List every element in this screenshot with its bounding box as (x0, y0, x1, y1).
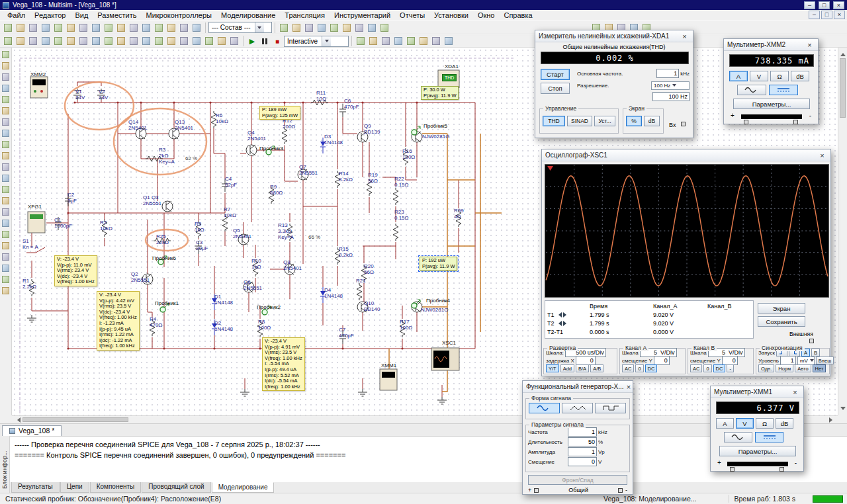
frequency-counter-icon[interactable] (1, 116, 11, 127)
measurement-probe-icon[interactable] (1, 251, 11, 262)
channel-a-dc-button[interactable]: DC (645, 364, 658, 372)
percent-display-button[interactable]: % (626, 116, 642, 126)
close-icon[interactable]: × (805, 41, 815, 49)
component-label[interactable]: V2 24V (99, 89, 108, 101)
copy-icon[interactable] (90, 22, 102, 34)
menu-options[interactable]: Установки (429, 11, 473, 19)
capture-area-icon[interactable] (353, 22, 365, 34)
component-label[interactable]: Q9 BD139 (364, 123, 380, 135)
menu-transfer[interactable]: Трансляция (280, 11, 330, 19)
parameters-button[interactable]: Параметры... (719, 446, 796, 456)
close-icon[interactable]: × (790, 388, 800, 396)
component-label[interactable]: R11 10Ω (316, 90, 326, 102)
component-label[interactable]: D2 1N4148 (214, 320, 233, 332)
dc-mode-icon[interactable] (755, 432, 783, 442)
yt-mode-button[interactable]: Y/T (546, 364, 559, 372)
window-title-bar[interactable]: Мультиметр-XMM1 × (711, 386, 803, 398)
simulation-mode-dropdown[interactable]: Interactive (284, 36, 349, 47)
child-minimize-icon[interactable]: – (809, 11, 820, 19)
sinad-mode-button[interactable]: SINAD (567, 116, 592, 126)
trigger-source-b-button[interactable]: B (811, 349, 820, 357)
component-label[interactable]: Q7 2N5551 (299, 164, 318, 176)
trigger-none-button[interactable]: Нет (813, 364, 826, 372)
open-samples-icon[interactable] (27, 22, 39, 34)
forward-annotate-icon[interactable] (379, 22, 390, 34)
junction-icon[interactable] (380, 35, 392, 47)
oscilloscope-icon[interactable] (1, 83, 11, 93)
component-label[interactable]: R17 100Ω (400, 319, 412, 331)
cursor-right-icon[interactable] (563, 321, 569, 326)
component-label[interactable]: D3 1N4148 (324, 134, 343, 146)
multimeter-xmm2-window[interactable]: Мультиметр-XMM2 × 738.335 mA A V Ω dB Па… (723, 38, 819, 124)
probe-label[interactable]: Пробник4 (426, 298, 450, 304)
ba-mode-button[interactable]: B/A (576, 364, 589, 372)
probe-readout[interactable]: V: -23.4 V V(p-p): 4.91 mV V(rms): 23.5 … (262, 337, 305, 391)
component-label[interactable]: Q1 Q3 2N5551 (143, 194, 161, 206)
place-power-icon[interactable] (115, 35, 127, 47)
maximize-icon[interactable]: □ (819, 1, 830, 9)
place-electromech-icon[interactable] (178, 35, 190, 47)
menu-edit[interactable]: Редактор (30, 11, 70, 19)
paste-icon[interactable] (103, 22, 114, 34)
zoom-fit-icon[interactable] (191, 22, 202, 34)
in-use-list-icon[interactable] (392, 35, 404, 47)
current-probe-icon[interactable] (430, 35, 442, 47)
component-label[interactable]: R8 100Ω (258, 319, 271, 331)
frequency-input[interactable] (568, 427, 597, 437)
place-bus-icon[interactable] (228, 35, 240, 47)
design-toolbox-icon[interactable] (278, 22, 290, 34)
menu-tools[interactable]: Инструментарий (330, 11, 395, 19)
ext-trigger-terminal[interactable] (809, 339, 814, 343)
pause-simulation-button[interactable] (259, 35, 271, 47)
place-rf-icon[interactable] (165, 35, 177, 47)
menu-mcu[interactable]: Микроконтроллеры (141, 11, 216, 19)
fundamental-freq-input[interactable] (656, 69, 679, 78)
rise-fall-button[interactable]: Фронт/Спад (528, 475, 627, 485)
spreadsheet-view-icon[interactable] (290, 22, 302, 34)
resolution-value-input[interactable] (652, 92, 690, 101)
ampere-mode-button[interactable]: A (716, 418, 734, 429)
component-label[interactable]: C7 470pF (339, 327, 354, 339)
component-label[interactable]: R3 2kΩ Key=A (159, 147, 175, 165)
open-file-icon[interactable] (15, 22, 26, 34)
component-label[interactable]: R25 22kΩ (156, 233, 169, 245)
component-label[interactable]: Q13 2N5401 (175, 119, 193, 131)
distortion-analyzer-window[interactable]: Измеритель нелинейных искажений-XDA1 × О… (535, 30, 693, 138)
electrical-rules-check-icon[interactable] (341, 22, 353, 34)
current-clamp-icon[interactable] (1, 285, 11, 296)
triangle-wave-icon[interactable] (562, 403, 593, 413)
window-title-bar[interactable]: Мультиметр-XMM2 × (724, 39, 818, 51)
component-label[interactable]: R13 3.3kΩ Key=A (278, 222, 294, 240)
component-label[interactable]: Q14 2N5401 (128, 119, 147, 131)
component-label[interactable]: R16 100Ω (402, 148, 415, 160)
agilent-oscilloscope-icon[interactable] (1, 229, 11, 239)
component-label[interactable]: R5 1kΩ (195, 221, 204, 233)
component-label[interactable]: R10 1kΩ (251, 258, 261, 270)
component-label[interactable]: R2 10kΩ (100, 220, 112, 231)
place-analog-icon[interactable] (52, 35, 64, 47)
component-label[interactable]: D1 1N4148 (214, 294, 233, 306)
new-file-icon[interactable] (2, 22, 14, 34)
function-generator-window[interactable]: Функциональный генератор-X... × Форма си… (522, 380, 633, 495)
component-label[interactable]: 66 % (308, 234, 320, 240)
ac-mode-icon[interactable] (724, 432, 752, 442)
logic-analyzer-icon[interactable] (1, 139, 11, 149)
component-label[interactable]: R4 470Ω (150, 316, 162, 328)
menu-window[interactable]: Окно (473, 11, 500, 19)
menu-file[interactable]: Файл (3, 11, 30, 19)
component-label[interactable]: R23 0.15Ω (394, 209, 409, 221)
instrument-label-xda1[interactable]: XDA1 (445, 63, 459, 69)
spectrum-analyzer-icon[interactable] (1, 184, 11, 194)
zoom-out-icon[interactable] (165, 22, 177, 34)
document-tab[interactable]: Vega_108 * (2, 425, 62, 436)
menu-place[interactable]: Разместить (93, 11, 141, 19)
cursor-left-icon[interactable] (556, 321, 562, 326)
minus-terminal[interactable] (618, 488, 623, 493)
component-label[interactable]: R1 2.2kΩ (22, 278, 36, 290)
power-readout[interactable]: P: 189 mW P(avg): 125 mW (259, 106, 300, 120)
instrument-label-xmm1[interactable]: XMM1 (381, 362, 396, 368)
cut-icon[interactable] (77, 22, 89, 34)
multimeter-icon[interactable] (1, 49, 11, 60)
start-button[interactable]: Старт (541, 69, 570, 80)
close-icon[interactable]: × (623, 383, 633, 391)
